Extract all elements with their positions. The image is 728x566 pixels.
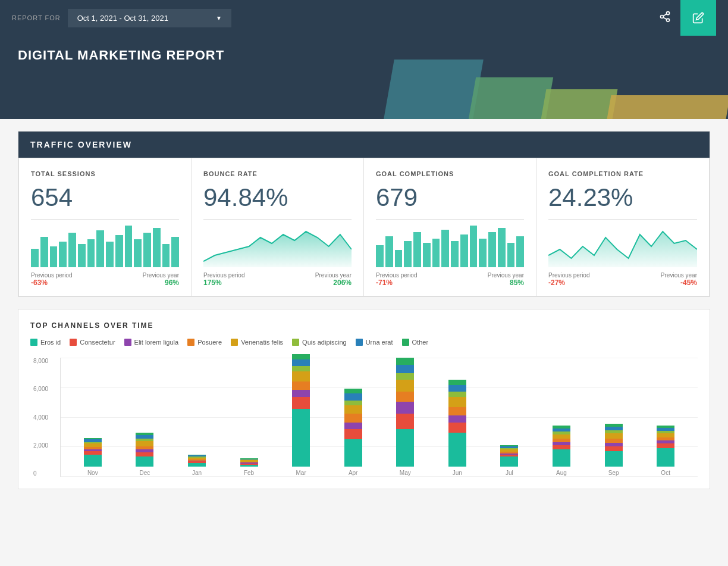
bar-segment <box>448 397 466 407</box>
bar-segment <box>188 463 206 467</box>
chart-column: Jul <box>484 445 536 476</box>
bar-segment <box>395 250 403 267</box>
bar-segment <box>84 455 102 467</box>
goal-completions-value: 679 <box>376 183 524 212</box>
bar-segment <box>605 439 623 443</box>
bar-segment <box>488 232 496 267</box>
bar-segment <box>344 423 362 429</box>
bar-segment <box>605 451 623 467</box>
bar-segment <box>292 381 310 390</box>
stacked-bar <box>448 380 466 467</box>
banner-decoration <box>389 60 728 119</box>
svg-point-1 <box>661 15 664 18</box>
metric-goal-completions: GOAL COMPLETIONS 679 Previous period -71… <box>364 158 536 296</box>
x-axis-label: Dec <box>139 470 150 476</box>
svg-line-4 <box>663 14 667 15</box>
legend-item: Consectetur <box>70 339 115 346</box>
x-axis-label: Oct <box>661 470 670 476</box>
bar-segment <box>136 456 153 467</box>
bar-segment <box>413 232 421 267</box>
legend-label: Other <box>412 339 429 346</box>
metric-goal-completion-rate: GOAL COMPLETION RATE 24.23% <box>536 158 709 296</box>
y-label-8000: 8,000 <box>33 358 48 364</box>
chart-column: Nov <box>67 437 119 476</box>
svg-point-0 <box>667 11 670 14</box>
bar-segment <box>344 389 362 394</box>
x-axis-label: Jul <box>506 470 513 476</box>
bar-segment <box>448 392 466 397</box>
bar-segment <box>136 441 153 446</box>
total-sessions-value: 654 <box>31 183 179 212</box>
svg-line-3 <box>663 17 667 19</box>
bar-segment <box>115 235 123 267</box>
total-sessions-label: TOTAL SESSIONS <box>31 170 179 177</box>
chart-column: Feb <box>223 458 275 476</box>
bar-segment <box>87 239 95 267</box>
y-label-0: 0 <box>33 470 48 477</box>
legend-color <box>70 339 77 346</box>
bar-segment <box>136 452 153 456</box>
bar-segment <box>451 241 459 267</box>
bar-segment <box>460 234 468 267</box>
legend-color <box>402 339 409 346</box>
x-axis-label: Sep <box>608 470 619 476</box>
svg-point-2 <box>667 18 670 21</box>
stacked-bar-chart: NovDecJanFebMarAprMayJunJulAugSepOct <box>60 358 698 477</box>
stacked-bar <box>500 445 518 467</box>
bounce-rate-label: BOUNCE RATE <box>203 170 352 177</box>
chart-column: Aug <box>535 426 588 476</box>
bar-segment <box>404 241 412 267</box>
bar-segment <box>553 445 570 449</box>
stacked-bar <box>292 354 310 467</box>
bar-segment <box>432 239 440 267</box>
legend-label: Elit lorem ligula <box>134 339 179 346</box>
x-axis-label: Aug <box>556 470 567 476</box>
stacked-bar <box>188 455 206 467</box>
bar-segment <box>396 358 414 364</box>
chart-column: Dec <box>119 433 171 476</box>
bar-segment <box>448 407 466 415</box>
bar-segment <box>396 373 414 380</box>
traffic-overview-wrapper: TRAFFIC OVERVIEW TOTAL SESSIONS 654 Prev… <box>18 131 710 297</box>
legend-item: Posuere <box>187 339 222 346</box>
page-title: DIGITAL MARKETING REPORT <box>18 48 710 63</box>
chart-column: Apr <box>327 389 379 476</box>
legend-color <box>124 339 131 346</box>
bar-segment <box>40 237 48 267</box>
bar-segment <box>396 365 414 373</box>
chevron-down-icon: ▼ <box>216 15 222 21</box>
share-button[interactable] <box>649 11 680 26</box>
bar-segment <box>292 371 310 381</box>
legend-item: Elit lorem ligula <box>124 339 179 346</box>
legend-label: Consectetur <box>80 339 115 346</box>
bar-segment <box>59 242 67 267</box>
bar-segment <box>344 393 362 400</box>
bar-segment <box>396 392 414 402</box>
traffic-overview-header: TRAFFIC OVERVIEW <box>18 132 710 158</box>
title-banner: DIGITAL MARKETING REPORT <box>0 36 728 119</box>
edit-button[interactable] <box>680 0 716 36</box>
legend-label: Eros id <box>40 339 61 346</box>
bar-segment <box>344 414 362 422</box>
bar-segment <box>553 449 570 467</box>
bar-segment <box>498 228 506 267</box>
bar-segment <box>344 439 362 467</box>
bounce-prev-period: Previous period 175% <box>203 272 244 287</box>
bar-segment <box>553 434 570 439</box>
date-range-selector[interactable]: Oct 1, 2021 - Oct 31, 2021 ▼ <box>68 9 231 27</box>
goal-completion-rate-value: 24.23% <box>548 183 697 212</box>
sessions-prev-year: Previous year 96% <box>143 272 179 287</box>
header-actions <box>649 0 716 36</box>
bar-segment <box>448 385 466 392</box>
bar-segment <box>657 448 674 467</box>
goal-completion-rate-chart <box>548 226 697 267</box>
header: REPORT FOR Oct 1, 2021 - Oct 31, 2021 ▼ <box>0 0 728 36</box>
bar-segment <box>605 446 623 452</box>
total-sessions-comparison: Previous period -63% Previous year 96% <box>31 272 179 287</box>
bounce-rate-value: 94.84% <box>203 183 352 212</box>
legend-item: Eros id <box>30 339 61 346</box>
metric-bounce-rate: BOUNCE RATE 94.84% <box>192 158 364 296</box>
goals-prev-year: Previous year 85% <box>488 272 524 287</box>
legend-color <box>187 339 194 346</box>
bar-segment <box>78 244 86 267</box>
